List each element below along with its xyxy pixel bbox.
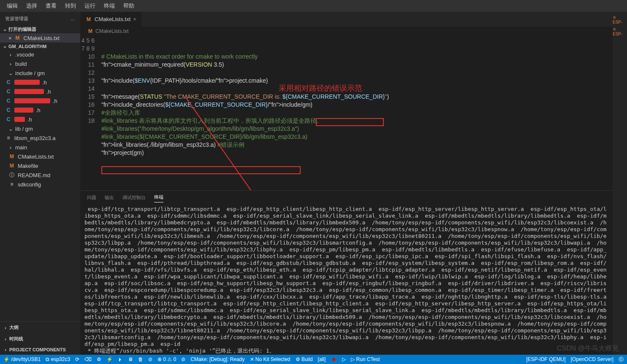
status-item[interactable]: ⊘ bbox=[148, 356, 152, 362]
tab-cmakelists[interactable]: M CMakeLists.txt × bbox=[80, 12, 142, 27]
explorer-header: 资源管理器 … bbox=[0, 12, 80, 25]
status-item[interactable]: ✕ No Kit Selected bbox=[250, 356, 290, 362]
menu-转到[interactable]: 转到 bbox=[62, 0, 79, 11]
breadcrumb[interactable]: M CMakeLists.txt bbox=[80, 27, 613, 36]
tree-item[interactable]: C.h bbox=[0, 115, 80, 124]
tree-item[interactable]: C.h bbox=[0, 105, 80, 115]
status-item[interactable]: ⧉ esp32c3 bbox=[46, 356, 70, 362]
statusbar: ⚡ /dev/ttyUSB1⧉ esp32c3⟳⌫⚙⚡⏵🖥🗑⊘⊗ 0 ⚠ 0⊘C… bbox=[0, 355, 627, 364]
file-label: CMakeLists.txt bbox=[24, 35, 60, 41]
status-item[interactable]: ⊗ 0 ⚠ 0 bbox=[157, 356, 176, 362]
chevron-down-icon: ⌄ bbox=[3, 43, 7, 49]
folder-label: include / gm bbox=[15, 70, 45, 76]
tree-item[interactable]: ≡libsm_esp32c3.a bbox=[0, 133, 80, 143]
menu-终端[interactable]: 终端 bbox=[100, 0, 118, 11]
sidebar: 资源管理器 … ⌄ 打开的编辑器 ×MCMakeLists.txt ⌄ GM_A… bbox=[0, 12, 80, 355]
editor-tabs: M CMakeLists.txt × bbox=[80, 12, 613, 27]
panel-tab-输出[interactable]: 输出 bbox=[105, 193, 114, 202]
redacted-text bbox=[14, 108, 33, 113]
status-item[interactable]: ▷ bbox=[342, 356, 346, 362]
file-ext: .h bbox=[53, 98, 57, 104]
tree-item[interactable]: ›.vscode bbox=[0, 50, 80, 59]
status-item[interactable]: [all] bbox=[318, 356, 326, 362]
gutter: 4 5 6 7 8 9 10 11 12 13 14 15 16 17 18 bbox=[80, 36, 101, 190]
tree-item[interactable]: MMakefile bbox=[0, 161, 80, 170]
file-label: README.md bbox=[18, 172, 50, 178]
file-icon: ⓘ bbox=[8, 172, 15, 178]
tree-item[interactable]: ⓘREADME.md bbox=[0, 170, 80, 180]
open-editors-section[interactable]: ⌄ 打开的编辑器 bbox=[0, 25, 80, 33]
status-item[interactable]: 🖥 bbox=[128, 356, 133, 362]
project-section[interactable]: ⌄ GM_ALGORITHM bbox=[0, 43, 80, 50]
terminal-output[interactable]: esp-idf/tcp_transport/libtcp_transport.a… bbox=[80, 204, 613, 355]
tree-item[interactable]: ≡sdkconfig bbox=[0, 180, 80, 189]
tree-item[interactable]: C.h bbox=[0, 78, 80, 87]
explorer-more-icon[interactable]: … bbox=[71, 16, 75, 21]
file-ext: .h bbox=[42, 79, 47, 86]
editor-area: M CMakeLists.txt × M CMakeLists.txt 4 5 … bbox=[80, 12, 613, 355]
status-item[interactable]: ⟳ bbox=[75, 356, 79, 362]
open-editors-title: 打开的编辑器 bbox=[8, 26, 36, 32]
status-item[interactable]: ⏵ bbox=[118, 356, 123, 362]
code-lines[interactable]: # CMakeLists in this exact order for cma… bbox=[101, 36, 613, 190]
status-item[interactable]: ⚙ Build bbox=[296, 356, 313, 362]
status-item[interactable]: [ESP-IDF QEMU] bbox=[526, 356, 565, 362]
open-editor-item[interactable]: ×MCMakeLists.txt bbox=[0, 33, 80, 43]
folder-label: .vscode bbox=[15, 51, 34, 58]
tree-item[interactable]: ⌄include / gm bbox=[0, 68, 80, 78]
status-item[interactable]: 🐞 bbox=[331, 356, 337, 362]
tree-item[interactable]: C.h bbox=[0, 87, 80, 96]
code-editor[interactable]: 4 5 6 7 8 9 10 11 12 13 14 15 16 17 18 #… bbox=[80, 36, 613, 190]
status-item[interactable]: ⌫ bbox=[84, 356, 92, 362]
status-item[interactable]: ⊘ bbox=[181, 356, 185, 362]
file-label: sdkconfig bbox=[18, 181, 41, 188]
status-item[interactable]: ⓒ bbox=[619, 356, 624, 363]
tree-item[interactable]: C.h bbox=[0, 96, 80, 105]
status-item[interactable]: 🗑 bbox=[138, 356, 143, 362]
right-sidebar: ✕ ESP-✕ ESP- bbox=[613, 12, 627, 355]
cmake-icon: M bbox=[87, 28, 94, 35]
tree-item[interactable]: ›build bbox=[0, 59, 80, 68]
project-name: GM_ALGORITHM bbox=[8, 44, 46, 49]
tree-item[interactable]: MCMakeLists.txt bbox=[0, 152, 80, 161]
chevron-icon: › bbox=[8, 144, 13, 151]
tree-item[interactable]: ›main bbox=[0, 143, 80, 152]
menu-编辑[interactable]: 编辑 bbox=[3, 0, 21, 11]
file-label: CMakeLists.txt bbox=[18, 154, 54, 160]
panel: 问题输出调试控制台终端 esp-idf/tcp_transport/libtcp… bbox=[80, 190, 613, 355]
status-item[interactable]: ▷ Run CTest bbox=[351, 356, 380, 362]
status-item[interactable]: ⚡ /dev/ttyUSB1 bbox=[3, 356, 41, 362]
file-icon: C bbox=[5, 88, 12, 95]
panel-tab-调试控制台[interactable]: 调试控制台 bbox=[122, 193, 146, 202]
status-item[interactable]: ⚡ bbox=[106, 356, 113, 362]
section-label: PROJECT COMPONENTS bbox=[9, 347, 66, 352]
rbar-item[interactable]: ✕ ESP- bbox=[613, 27, 627, 36]
section-时间线[interactable]: ›时间线 bbox=[0, 333, 80, 345]
menu-运行[interactable]: 运行 bbox=[81, 0, 99, 11]
menu-帮助[interactable]: 帮助 bbox=[120, 0, 138, 11]
file-ext: .h bbox=[27, 116, 32, 123]
chevron-icon: › bbox=[3, 325, 8, 330]
file-label: Makefile bbox=[18, 163, 38, 169]
menu-查看[interactable]: 查看 bbox=[42, 0, 60, 11]
explorer-title: 资源管理器 bbox=[5, 16, 28, 22]
status-item[interactable]: CMake: [Debug]: Ready bbox=[190, 356, 244, 362]
chevron-icon: › bbox=[8, 61, 13, 67]
chevron-icon: › bbox=[8, 51, 13, 58]
tree-item[interactable]: ⌄lib / gm bbox=[0, 124, 80, 133]
menu-选择[interactable]: 选择 bbox=[23, 0, 41, 11]
redacted-text bbox=[14, 80, 40, 85]
panel-tab-问题[interactable]: 问题 bbox=[87, 193, 96, 202]
status-item[interactable]: ⚙ bbox=[97, 356, 101, 362]
menubar: 编辑选择查看转到运行终端帮助 bbox=[0, 0, 627, 12]
section-label: 大纲 bbox=[9, 324, 19, 331]
status-item[interactable]: [OpenOCD Server] bbox=[571, 356, 613, 362]
section-PROJECT COMPONENTS[interactable]: ›PROJECT COMPONENTS bbox=[0, 345, 80, 355]
close-icon[interactable]: × bbox=[8, 35, 12, 41]
file-icon: C bbox=[5, 97, 12, 104]
cmake-icon: M bbox=[85, 16, 92, 23]
close-icon[interactable]: × bbox=[133, 16, 136, 22]
rbar-item[interactable]: ✕ ESP- bbox=[613, 15, 627, 24]
section-大纲[interactable]: ›大纲 bbox=[0, 322, 80, 333]
panel-tab-终端[interactable]: 终端 bbox=[154, 192, 163, 202]
